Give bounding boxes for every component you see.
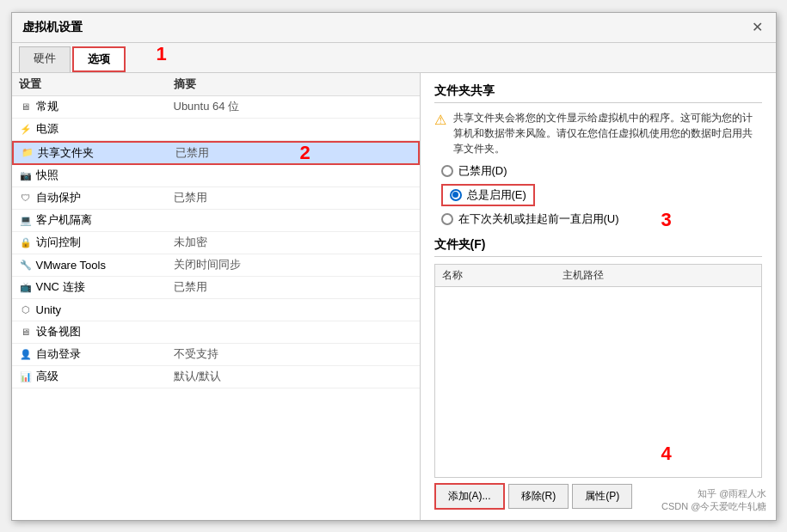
row-summary-7: 关闭时间同步 bbox=[174, 257, 413, 272]
tab-options[interactable]: 选项 bbox=[72, 46, 126, 72]
settings-row-3[interactable]: 📷 快照 bbox=[12, 165, 420, 187]
row-summary-4: 已禁用 bbox=[174, 190, 413, 205]
file-sharing-title: 文件夹共享 bbox=[434, 83, 762, 103]
row-icon-10: 🖥 bbox=[19, 325, 33, 339]
folder-col-path-header: 主机路径 bbox=[563, 268, 754, 283]
tab-bar: 硬件 选项 bbox=[12, 43, 776, 73]
row-name-0: 常规 bbox=[36, 99, 58, 114]
folder-table: 名称 主机路径 bbox=[434, 264, 762, 478]
tab-hardware[interactable]: 硬件 bbox=[19, 46, 71, 72]
row-icon-8: 📺 bbox=[19, 280, 33, 294]
folder-table-body bbox=[435, 287, 761, 477]
folder-button-2[interactable]: 属性(P) bbox=[572, 484, 632, 509]
settings-row-0[interactable]: 🖥 常规 Ubuntu 64 位 bbox=[12, 96, 420, 119]
radio-row-2[interactable]: 在下次关机或挂起前一直启用(U) bbox=[441, 211, 762, 227]
row-icon-6: 🔒 bbox=[19, 235, 33, 249]
dialog-title: 虚拟机设置 bbox=[22, 20, 83, 35]
row-icon-0: 🖥 bbox=[19, 100, 33, 113]
right-panel: 文件夹共享 ⚠ 共享文件夹会将您的文件显示给虚拟机中的程序。这可能为您的计算机和… bbox=[421, 73, 776, 520]
row-summary-6: 未加密 bbox=[174, 235, 413, 250]
settings-header: 设置 摘要 bbox=[12, 73, 420, 96]
row-icon-1: ⚡ bbox=[19, 122, 33, 136]
row-icon-5: 💻 bbox=[19, 213, 33, 227]
warning-box: ⚠ 共享文件夹会将您的文件显示给虚拟机中的程序。这可能为您的计算机和数据带来风险… bbox=[434, 110, 762, 156]
warning-icon: ⚠ bbox=[434, 112, 446, 128]
row-icon-3: 📷 bbox=[19, 168, 33, 182]
settings-row-5[interactable]: 💻 客户机隔离 bbox=[12, 210, 420, 232]
folder-col-name-header: 名称 bbox=[442, 268, 563, 283]
row-name-3: 快照 bbox=[36, 168, 58, 183]
radio-label-2: 在下次关机或挂起前一直启用(U) bbox=[458, 211, 619, 227]
row-icon-11: 👤 bbox=[19, 347, 33, 361]
radio-circle-0[interactable] bbox=[441, 165, 453, 177]
row-name-4: 自动保护 bbox=[36, 190, 81, 205]
radio-group: 已禁用(D) 总是启用(E) 在下次关机或挂起前一直启用(U) bbox=[441, 163, 762, 227]
title-bar: 虚拟机设置 ✕ bbox=[12, 13, 776, 43]
row-name-12: 高级 bbox=[36, 369, 58, 384]
row-name-7: VMware Tools bbox=[36, 259, 106, 272]
left-panel: 设置 摘要 🖥 常规 Ubuntu 64 位 ⚡ 电源 📁 共享文件夹 已禁用 … bbox=[12, 73, 421, 520]
row-icon-7: 🔧 bbox=[19, 258, 33, 272]
row-summary-12: 默认/默认 bbox=[174, 369, 413, 384]
vm-settings-dialog: 虚拟机设置 ✕ 硬件 选项 设置 摘要 🖥 常规 Ubuntu 64 位 ⚡ 电… bbox=[11, 12, 777, 521]
col-summary-header: 摘要 bbox=[174, 76, 413, 92]
settings-row-12[interactable]: 📊 高级 默认/默认 bbox=[12, 366, 420, 388]
row-name-9: Unity bbox=[36, 303, 62, 316]
settings-row-11[interactable]: 👤 自动登录 不受支持 bbox=[12, 344, 420, 366]
settings-rows: 🖥 常规 Ubuntu 64 位 ⚡ 电源 📁 共享文件夹 已禁用 📷 快照 🛡… bbox=[12, 96, 420, 388]
radio-label-0: 已禁用(D) bbox=[458, 163, 507, 179]
col-setting-header: 设置 bbox=[19, 76, 174, 92]
warning-text: 共享文件夹会将您的文件显示给虚拟机中的程序。这可能为您的计算机和数据带来风险。请… bbox=[453, 110, 762, 156]
radio-label-1: 总是启用(E) bbox=[467, 187, 526, 203]
radio-circle-2[interactable] bbox=[441, 213, 453, 225]
row-name-11: 自动登录 bbox=[36, 346, 81, 362]
row-icon-9: ⬡ bbox=[19, 303, 33, 316]
folder-button-0[interactable]: 添加(A)... bbox=[434, 483, 505, 510]
settings-row-4[interactable]: 🛡 自动保护 已禁用 bbox=[12, 187, 420, 210]
row-name-8: VNC 连接 bbox=[36, 279, 85, 295]
row-summary-8: 已禁用 bbox=[174, 279, 413, 295]
settings-row-8[interactable]: 📺 VNC 连接 已禁用 bbox=[12, 277, 420, 299]
folder-table-header: 名称 主机路径 bbox=[435, 265, 761, 287]
folder-section-title: 文件夹(F) bbox=[434, 237, 762, 257]
row-summary-2: 已禁用 bbox=[175, 145, 411, 161]
settings-row-9[interactable]: ⬡ Unity bbox=[12, 299, 420, 321]
settings-row-7[interactable]: 🔧 VMware Tools 关闭时间同步 bbox=[12, 254, 420, 277]
row-icon-4: 🛡 bbox=[19, 191, 33, 205]
settings-row-6[interactable]: 🔒 访问控制 未加密 bbox=[12, 232, 420, 254]
settings-row-1[interactable]: ⚡ 电源 bbox=[12, 119, 420, 141]
radio-circle-1[interactable] bbox=[450, 189, 462, 201]
row-name-6: 访问控制 bbox=[36, 235, 81, 250]
settings-table: 设置 摘要 🖥 常规 Ubuntu 64 位 ⚡ 电源 📁 共享文件夹 已禁用 … bbox=[12, 73, 420, 520]
row-icon-2: 📁 bbox=[21, 146, 34, 160]
radio-row-1[interactable]: 总是启用(E) bbox=[441, 184, 762, 206]
settings-row-10[interactable]: 🖥 设备视图 bbox=[12, 321, 420, 344]
settings-row-2[interactable]: 📁 共享文件夹 已禁用 bbox=[12, 141, 420, 165]
content-area: 设置 摘要 🖥 常规 Ubuntu 64 位 ⚡ 电源 📁 共享文件夹 已禁用 … bbox=[12, 73, 776, 520]
folder-button-1[interactable]: 移除(R) bbox=[508, 484, 569, 509]
row-icon-12: 📊 bbox=[19, 370, 33, 383]
row-summary-11: 不受支持 bbox=[174, 346, 413, 362]
folder-buttons: 添加(A)...移除(R)属性(P) bbox=[434, 483, 762, 510]
row-name-5: 客户机隔离 bbox=[36, 212, 92, 228]
row-name-10: 设备视图 bbox=[36, 324, 81, 339]
row-name-2: 共享文件夹 bbox=[38, 145, 94, 161]
radio-row-0[interactable]: 已禁用(D) bbox=[441, 163, 762, 179]
folder-section: 文件夹(F) 名称 主机路径 添加(A)...移除(R)属性(P) bbox=[434, 237, 762, 510]
row-summary-0: Ubuntu 64 位 bbox=[174, 99, 413, 114]
file-sharing-section: 文件夹共享 ⚠ 共享文件夹会将您的文件显示给虚拟机中的程序。这可能为您的计算机和… bbox=[434, 83, 762, 227]
row-name-1: 电源 bbox=[36, 121, 58, 137]
close-button[interactable]: ✕ bbox=[750, 20, 765, 35]
